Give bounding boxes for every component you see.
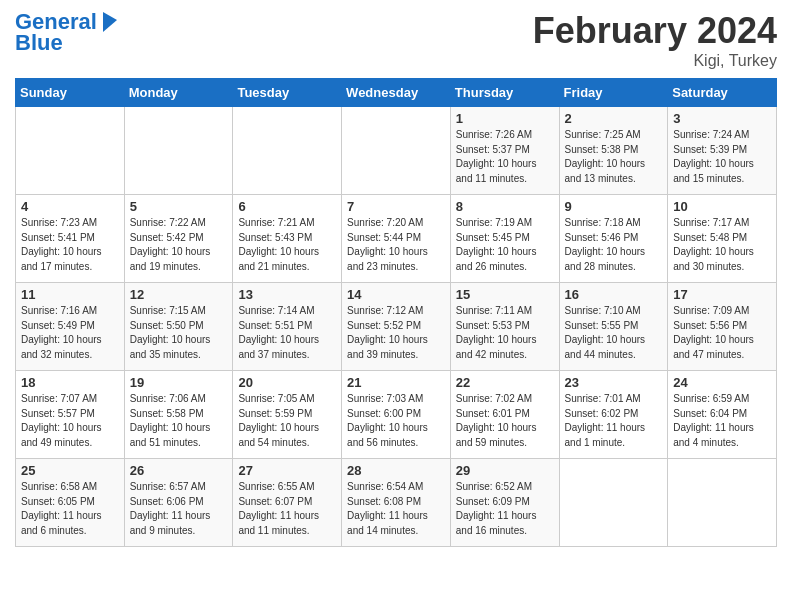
calendar-cell: 15Sunrise: 7:11 AMSunset: 5:53 PMDayligh…: [450, 283, 559, 371]
day-info: Sunrise: 7:18 AMSunset: 5:46 PMDaylight:…: [565, 216, 663, 274]
day-info: Sunrise: 6:59 AMSunset: 6:04 PMDaylight:…: [673, 392, 771, 450]
location-subtitle: Kigi, Turkey: [533, 52, 777, 70]
calendar-cell: 13Sunrise: 7:14 AMSunset: 5:51 PMDayligh…: [233, 283, 342, 371]
day-info: Sunrise: 6:58 AMSunset: 6:05 PMDaylight:…: [21, 480, 119, 538]
calendar-week-row: 4Sunrise: 7:23 AMSunset: 5:41 PMDaylight…: [16, 195, 777, 283]
day-number: 16: [565, 287, 663, 302]
calendar-cell: 12Sunrise: 7:15 AMSunset: 5:50 PMDayligh…: [124, 283, 233, 371]
calendar-header-row: SundayMondayTuesdayWednesdayThursdayFrid…: [16, 79, 777, 107]
day-info: Sunrise: 7:06 AMSunset: 5:58 PMDaylight:…: [130, 392, 228, 450]
day-info: Sunrise: 7:11 AMSunset: 5:53 PMDaylight:…: [456, 304, 554, 362]
col-header-saturday: Saturday: [668, 79, 777, 107]
day-info: Sunrise: 7:01 AMSunset: 6:02 PMDaylight:…: [565, 392, 663, 450]
calendar-cell: 16Sunrise: 7:10 AMSunset: 5:55 PMDayligh…: [559, 283, 668, 371]
calendar-cell: 4Sunrise: 7:23 AMSunset: 5:41 PMDaylight…: [16, 195, 125, 283]
day-info: Sunrise: 7:07 AMSunset: 5:57 PMDaylight:…: [21, 392, 119, 450]
calendar-cell: 19Sunrise: 7:06 AMSunset: 5:58 PMDayligh…: [124, 371, 233, 459]
day-number: 26: [130, 463, 228, 478]
calendar-cell: 25Sunrise: 6:58 AMSunset: 6:05 PMDayligh…: [16, 459, 125, 547]
calendar-week-row: 18Sunrise: 7:07 AMSunset: 5:57 PMDayligh…: [16, 371, 777, 459]
day-info: Sunrise: 7:19 AMSunset: 5:45 PMDaylight:…: [456, 216, 554, 274]
calendar-cell: [342, 107, 451, 195]
day-number: 14: [347, 287, 445, 302]
logo: General Blue: [15, 10, 119, 56]
day-info: Sunrise: 6:55 AMSunset: 6:07 PMDaylight:…: [238, 480, 336, 538]
day-number: 28: [347, 463, 445, 478]
day-number: 3: [673, 111, 771, 126]
day-number: 11: [21, 287, 119, 302]
day-info: Sunrise: 6:57 AMSunset: 6:06 PMDaylight:…: [130, 480, 228, 538]
header: General Blue February 2024 Kigi, Turkey: [15, 10, 777, 70]
calendar-cell: 20Sunrise: 7:05 AMSunset: 5:59 PMDayligh…: [233, 371, 342, 459]
day-info: Sunrise: 7:24 AMSunset: 5:39 PMDaylight:…: [673, 128, 771, 186]
calendar-week-row: 1Sunrise: 7:26 AMSunset: 5:37 PMDaylight…: [16, 107, 777, 195]
calendar-cell: 29Sunrise: 6:52 AMSunset: 6:09 PMDayligh…: [450, 459, 559, 547]
calendar-week-row: 25Sunrise: 6:58 AMSunset: 6:05 PMDayligh…: [16, 459, 777, 547]
col-header-monday: Monday: [124, 79, 233, 107]
day-info: Sunrise: 7:20 AMSunset: 5:44 PMDaylight:…: [347, 216, 445, 274]
day-info: Sunrise: 7:12 AMSunset: 5:52 PMDaylight:…: [347, 304, 445, 362]
calendar-cell: 24Sunrise: 6:59 AMSunset: 6:04 PMDayligh…: [668, 371, 777, 459]
day-number: 7: [347, 199, 445, 214]
day-number: 27: [238, 463, 336, 478]
calendar-cell: 6Sunrise: 7:21 AMSunset: 5:43 PMDaylight…: [233, 195, 342, 283]
calendar-cell: 26Sunrise: 6:57 AMSunset: 6:06 PMDayligh…: [124, 459, 233, 547]
day-number: 4: [21, 199, 119, 214]
calendar-cell: 9Sunrise: 7:18 AMSunset: 5:46 PMDaylight…: [559, 195, 668, 283]
day-info: Sunrise: 7:22 AMSunset: 5:42 PMDaylight:…: [130, 216, 228, 274]
day-info: Sunrise: 7:23 AMSunset: 5:41 PMDaylight:…: [21, 216, 119, 274]
day-number: 15: [456, 287, 554, 302]
day-number: 17: [673, 287, 771, 302]
day-info: Sunrise: 7:10 AMSunset: 5:55 PMDaylight:…: [565, 304, 663, 362]
day-info: Sunrise: 7:02 AMSunset: 6:01 PMDaylight:…: [456, 392, 554, 450]
calendar-cell: 10Sunrise: 7:17 AMSunset: 5:48 PMDayligh…: [668, 195, 777, 283]
calendar-cell: 3Sunrise: 7:24 AMSunset: 5:39 PMDaylight…: [668, 107, 777, 195]
calendar-cell: 5Sunrise: 7:22 AMSunset: 5:42 PMDaylight…: [124, 195, 233, 283]
day-number: 22: [456, 375, 554, 390]
calendar-cell: [233, 107, 342, 195]
day-number: 9: [565, 199, 663, 214]
calendar-cell: 28Sunrise: 6:54 AMSunset: 6:08 PMDayligh…: [342, 459, 451, 547]
day-number: 24: [673, 375, 771, 390]
day-number: 23: [565, 375, 663, 390]
calendar-cell: 7Sunrise: 7:20 AMSunset: 5:44 PMDaylight…: [342, 195, 451, 283]
logo-blue: Blue: [15, 30, 63, 56]
day-info: Sunrise: 6:54 AMSunset: 6:08 PMDaylight:…: [347, 480, 445, 538]
col-header-friday: Friday: [559, 79, 668, 107]
col-header-thursday: Thursday: [450, 79, 559, 107]
day-number: 6: [238, 199, 336, 214]
day-info: Sunrise: 6:52 AMSunset: 6:09 PMDaylight:…: [456, 480, 554, 538]
day-number: 25: [21, 463, 119, 478]
calendar-cell: 22Sunrise: 7:02 AMSunset: 6:01 PMDayligh…: [450, 371, 559, 459]
calendar-cell: [16, 107, 125, 195]
day-info: Sunrise: 7:16 AMSunset: 5:49 PMDaylight:…: [21, 304, 119, 362]
calendar-cell: 21Sunrise: 7:03 AMSunset: 6:00 PMDayligh…: [342, 371, 451, 459]
day-number: 20: [238, 375, 336, 390]
day-number: 19: [130, 375, 228, 390]
day-info: Sunrise: 7:21 AMSunset: 5:43 PMDaylight:…: [238, 216, 336, 274]
day-info: Sunrise: 7:03 AMSunset: 6:00 PMDaylight:…: [347, 392, 445, 450]
day-number: 29: [456, 463, 554, 478]
day-number: 18: [21, 375, 119, 390]
calendar-cell: [559, 459, 668, 547]
day-info: Sunrise: 7:15 AMSunset: 5:50 PMDaylight:…: [130, 304, 228, 362]
title-area: February 2024 Kigi, Turkey: [533, 10, 777, 70]
day-info: Sunrise: 7:17 AMSunset: 5:48 PMDaylight:…: [673, 216, 771, 274]
day-info: Sunrise: 7:09 AMSunset: 5:56 PMDaylight:…: [673, 304, 771, 362]
day-number: 10: [673, 199, 771, 214]
col-header-tuesday: Tuesday: [233, 79, 342, 107]
calendar-cell: 8Sunrise: 7:19 AMSunset: 5:45 PMDaylight…: [450, 195, 559, 283]
day-number: 2: [565, 111, 663, 126]
day-number: 5: [130, 199, 228, 214]
col-header-wednesday: Wednesday: [342, 79, 451, 107]
logo-icon: [99, 10, 119, 34]
calendar-week-row: 11Sunrise: 7:16 AMSunset: 5:49 PMDayligh…: [16, 283, 777, 371]
day-number: 21: [347, 375, 445, 390]
col-header-sunday: Sunday: [16, 79, 125, 107]
day-number: 13: [238, 287, 336, 302]
calendar-cell: 17Sunrise: 7:09 AMSunset: 5:56 PMDayligh…: [668, 283, 777, 371]
day-info: Sunrise: 7:14 AMSunset: 5:51 PMDaylight:…: [238, 304, 336, 362]
day-info: Sunrise: 7:05 AMSunset: 5:59 PMDaylight:…: [238, 392, 336, 450]
svg-marker-0: [103, 12, 117, 32]
day-info: Sunrise: 7:26 AMSunset: 5:37 PMDaylight:…: [456, 128, 554, 186]
